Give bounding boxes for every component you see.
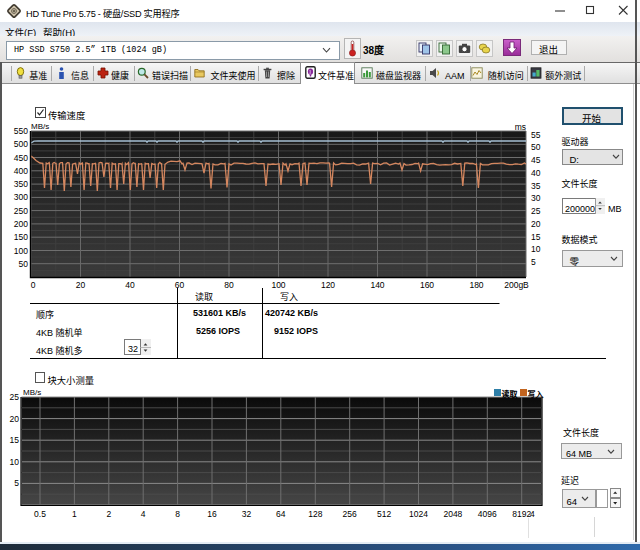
svg-text:160: 160 <box>420 280 434 290</box>
svg-text:MB/s: MB/s <box>31 122 49 131</box>
svg-text:8: 8 <box>175 509 180 519</box>
svg-text:100: 100 <box>14 246 28 256</box>
svg-text:200gB: 200gB <box>504 280 529 290</box>
svg-text:200: 200 <box>14 219 28 229</box>
svg-text:0: 0 <box>31 280 36 290</box>
svg-text:5: 5 <box>14 478 19 488</box>
svg-text:32: 32 <box>242 509 252 519</box>
svg-text:300: 300 <box>14 192 28 202</box>
svg-text:550: 550 <box>14 126 28 136</box>
svg-text:5: 5 <box>531 257 536 267</box>
svg-text:8192: 8192 <box>512 509 531 519</box>
svg-text:20: 20 <box>531 219 541 229</box>
svg-text:40: 40 <box>125 280 135 290</box>
svg-text:128: 128 <box>308 509 322 519</box>
svg-text:ms: ms <box>515 122 526 132</box>
svg-text:180: 180 <box>469 280 483 290</box>
svg-text:1: 1 <box>72 509 77 519</box>
svg-text:16: 16 <box>207 509 217 519</box>
svg-text:25: 25 <box>10 392 20 402</box>
svg-text:2048: 2048 <box>443 509 462 519</box>
svg-text:4: 4 <box>530 509 535 519</box>
svg-text:100: 100 <box>271 280 285 290</box>
svg-text:512: 512 <box>377 509 391 519</box>
svg-text:4: 4 <box>141 509 146 519</box>
svg-text:2: 2 <box>106 509 111 519</box>
svg-text:256: 256 <box>343 509 357 519</box>
svg-text:60: 60 <box>175 280 185 290</box>
svg-text:0.5: 0.5 <box>34 509 46 519</box>
svg-text:250: 250 <box>14 206 28 216</box>
svg-text:50: 50 <box>531 142 541 152</box>
svg-text:45: 45 <box>531 155 541 165</box>
svg-text:350: 350 <box>14 179 28 189</box>
svg-text:20: 20 <box>76 280 86 290</box>
svg-text:140: 140 <box>370 280 384 290</box>
svg-text:50: 50 <box>19 259 29 269</box>
svg-text:25: 25 <box>531 206 541 216</box>
svg-text:450: 450 <box>14 153 28 163</box>
svg-text:64: 64 <box>276 509 286 519</box>
svg-text:80: 80 <box>224 280 234 290</box>
svg-text:500: 500 <box>14 139 28 149</box>
svg-text:35: 35 <box>531 181 541 191</box>
svg-text:MB/s: MB/s <box>23 388 41 397</box>
svg-text:40: 40 <box>531 168 541 178</box>
svg-text:120: 120 <box>321 280 335 290</box>
svg-text:150: 150 <box>14 232 28 242</box>
svg-text:4096: 4096 <box>478 509 497 519</box>
svg-text:10: 10 <box>531 244 541 254</box>
svg-text:15: 15 <box>10 435 20 445</box>
svg-text:30: 30 <box>531 193 541 203</box>
svg-text:15: 15 <box>531 232 541 242</box>
svg-text:1024: 1024 <box>409 509 428 519</box>
svg-text:400: 400 <box>14 166 28 176</box>
svg-text:10: 10 <box>10 457 20 467</box>
svg-text:55: 55 <box>531 130 541 140</box>
svg-text:20: 20 <box>10 414 20 424</box>
